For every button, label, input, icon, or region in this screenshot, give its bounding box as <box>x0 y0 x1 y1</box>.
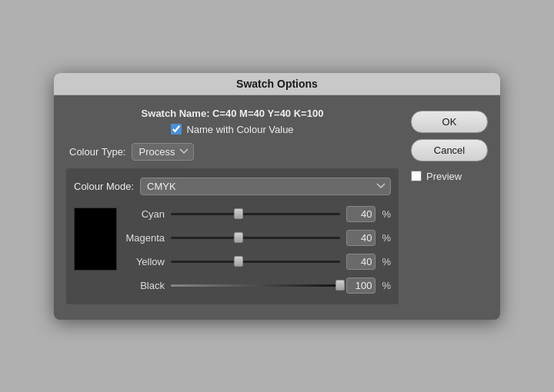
black-slider-row: Black % <box>125 277 391 294</box>
yellow-track-container[interactable] <box>171 255 340 267</box>
colour-type-select[interactable]: Process Spot <box>132 143 194 161</box>
dialog-title: Swatch Options <box>54 73 500 95</box>
magenta-slider-row: Magenta % <box>125 230 391 246</box>
swatch-options-dialog: Swatch Options Swatch Name: C=40 M=40 Y=… <box>54 73 500 320</box>
colour-mode-label: Colour Mode: <box>74 181 134 192</box>
magenta-track-container[interactable] <box>171 231 340 244</box>
yellow-track <box>171 261 340 263</box>
yellow-thumb[interactable] <box>234 256 243 267</box>
colour-mode-select[interactable]: CMYK RGB Lab <box>140 178 391 195</box>
preview-row: Preview <box>411 171 488 182</box>
magenta-percent: % <box>382 232 391 244</box>
cancel-button[interactable]: Cancel <box>411 139 488 161</box>
dialog-body: Swatch Name: C=40 M=40 Y=40 K=100 Name w… <box>54 95 500 320</box>
preview-checkbox[interactable] <box>411 171 422 181</box>
ok-button[interactable]: OK <box>411 111 488 133</box>
cancel-label: Cancel <box>434 145 465 156</box>
magenta-label: Magenta <box>125 232 165 244</box>
name-with-colour-checkbox[interactable] <box>171 124 182 135</box>
colour-type-row: Colour Type: Process Spot <box>66 143 399 161</box>
yellow-input[interactable] <box>346 254 375 270</box>
cyan-label: Cyan <box>125 208 165 220</box>
colour-mode-section: Colour Mode: CMYK RGB Lab C <box>66 168 399 304</box>
black-label: Black <box>125 280 165 291</box>
cyan-track-container[interactable] <box>171 208 340 220</box>
title-text: Swatch Options <box>236 78 318 90</box>
swatch-name-row: Swatch Name: C=40 M=40 Y=40 K=100 <box>66 108 399 119</box>
black-input[interactable] <box>346 277 375 294</box>
black-track <box>171 284 340 287</box>
colour-type-label: Colour Type: <box>69 146 125 158</box>
black-track-container[interactable] <box>171 279 340 291</box>
cyan-slider-row: Cyan % <box>125 206 391 222</box>
magenta-thumb[interactable] <box>234 232 243 243</box>
colour-mode-row: Colour Mode: CMYK RGB Lab <box>74 178 391 195</box>
cyan-thumb[interactable] <box>234 208 243 219</box>
left-panel: Swatch Name: C=40 M=40 Y=40 K=100 Name w… <box>66 108 399 304</box>
name-with-colour-row: Name with Colour Value <box>66 124 399 135</box>
black-percent: % <box>382 280 391 291</box>
sliders-area: Cyan % Magenta <box>74 206 391 294</box>
cyan-percent: % <box>382 208 391 220</box>
magenta-track <box>171 237 340 239</box>
slider-rows: Cyan % Magenta <box>125 206 391 294</box>
yellow-label: Yellow <box>125 256 165 267</box>
color-preview-swatch <box>74 208 117 271</box>
right-panel: OK Cancel Preview <box>411 108 488 304</box>
yellow-slider-row: Yellow % <box>125 254 391 270</box>
magenta-input[interactable] <box>346 230 375 246</box>
yellow-percent: % <box>382 256 391 267</box>
cyan-input[interactable] <box>346 206 375 222</box>
ok-label: OK <box>442 116 457 128</box>
black-thumb[interactable] <box>335 280 345 291</box>
name-with-colour-label: Name with Colour Value <box>186 124 293 135</box>
preview-label: Preview <box>426 171 462 182</box>
swatch-name-label: Swatch Name: C=40 M=40 Y=40 K=100 <box>142 108 324 119</box>
cyan-track <box>171 213 340 215</box>
